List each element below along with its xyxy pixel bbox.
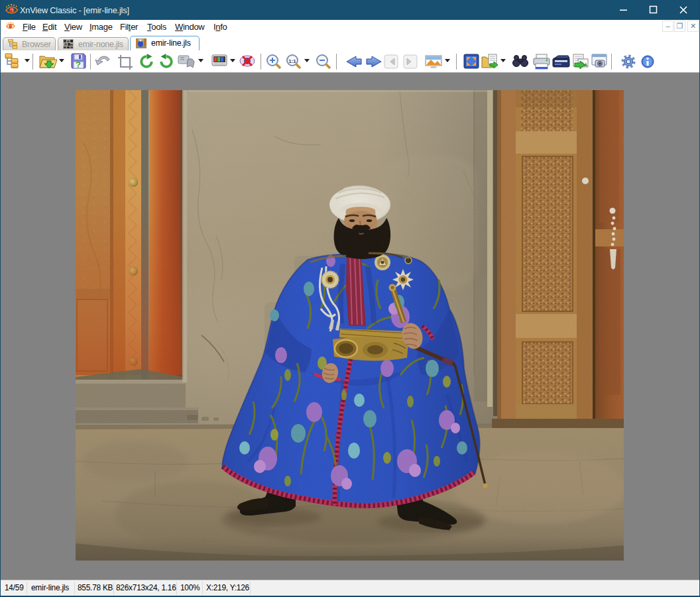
svg-text:?: ? — [76, 60, 81, 70]
svg-text:1:1: 1:1 — [288, 58, 296, 64]
